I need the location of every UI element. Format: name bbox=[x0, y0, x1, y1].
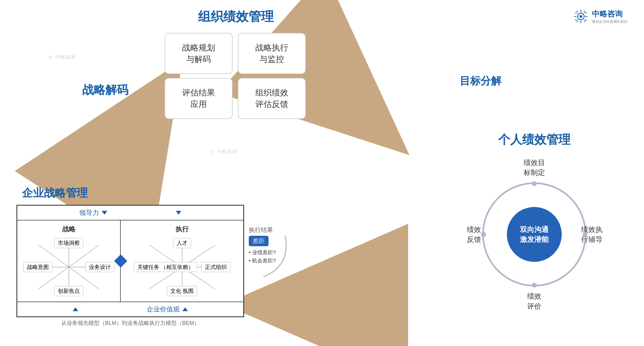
strategy-top: 市场洞察 bbox=[54, 238, 83, 248]
svg-line-13 bbox=[576, 20, 578, 21]
dot-top bbox=[532, 181, 537, 186]
execute-top: 人才 bbox=[173, 238, 191, 248]
svg-line-20 bbox=[584, 21, 585, 22]
target-decompose-label: 目标分解 bbox=[460, 74, 501, 88]
logo-text: 中略咨询 驱动企业价值增长路径 bbox=[592, 9, 628, 24]
quadrant-cell-3: 评估结果 应用 bbox=[165, 78, 233, 119]
logo-icon bbox=[573, 8, 589, 25]
blm-left-title: 战略 bbox=[22, 225, 116, 234]
svg-line-12 bbox=[584, 12, 586, 13]
strategy-left: 战略意图 bbox=[23, 262, 52, 272]
node-top: 绩效目 标制定 bbox=[516, 158, 552, 178]
execute-right: 正式组织 bbox=[201, 262, 230, 272]
execute-bottom: 文化 氛围 bbox=[167, 286, 197, 296]
svg-line-14 bbox=[577, 10, 578, 12]
dot-bottom bbox=[532, 283, 537, 288]
blm-top-bar: 领导力 bbox=[17, 206, 243, 220]
svg-line-10 bbox=[576, 12, 578, 13]
org-perf-section: 组织绩效管理 战略规划 与解码 战略执行 与监控 评估结果 应用 组织绩效 评估… bbox=[159, 8, 313, 119]
quadrant-cell-2: 战略执行 与监控 bbox=[238, 33, 306, 74]
arrow-up-blue-right bbox=[182, 307, 188, 311]
strategy-diamond: 市场洞察 业务设计 创新焦点 战略意图 bbox=[22, 237, 115, 297]
execute-diamond: 人才 正式组织 文化 氛围 关键任务 （相互依赖） bbox=[133, 237, 231, 297]
strategy-right: 业务设计 bbox=[85, 262, 114, 272]
svg-line-17 bbox=[586, 13, 587, 13]
watermark-1: 中略咨询 bbox=[47, 53, 75, 61]
logo-name: 中略咨询 bbox=[592, 9, 628, 19]
blm-content: 战略 市场洞察 业务设计 创新焦点 战略意图 bbox=[17, 220, 243, 302]
personal-perf-section: 个人绩效管理 双向沟通 激发潜能 绩效目 标制定 绩效执 行辅导 绩效 评价 绩… bbox=[438, 132, 630, 314]
blm-frame: 领导力 战略 市场洞察 bbox=[16, 205, 244, 317]
enterprise-section: 企业战略管理 领导力 战略 bbox=[16, 185, 244, 327]
dot-left bbox=[481, 232, 486, 237]
arrow-up-blue-left bbox=[73, 307, 78, 311]
blm-caption: 从业务领先模型（BLM）到业务战略执行力模型（BEM） bbox=[16, 319, 244, 327]
watermark-2: 中略咨询 bbox=[208, 148, 237, 155]
svg-line-21 bbox=[586, 19, 587, 20]
svg-line-19 bbox=[577, 21, 578, 22]
dot-right bbox=[583, 232, 587, 237]
personal-perf-title: 个人绩效管理 bbox=[498, 132, 570, 148]
gap-badge: 差距 bbox=[249, 236, 269, 246]
circle-diagram: 双向沟通 激发潜能 绩效目 标制定 绩效执 行辅导 绩效 评价 绩效 反馈 bbox=[455, 155, 614, 314]
four-quadrant: 战略规划 与解码 战略执行 与监控 评估结果 应用 组织绩效 评估反馈 bbox=[165, 33, 307, 119]
strategic-decode-label: 战略解码 bbox=[82, 82, 128, 98]
execute-left: 关键任务 （相互依赖） bbox=[134, 262, 197, 272]
svg-line-11 bbox=[584, 20, 586, 21]
blm-left-panel: 战略 市场洞察 业务设计 创新焦点 战略意图 bbox=[17, 220, 121, 302]
svg-point-5 bbox=[580, 15, 582, 18]
node-right: 绩效执 行辅导 bbox=[573, 225, 611, 245]
svg-point-23 bbox=[50, 56, 51, 58]
exec-result-title: 执行结果 bbox=[249, 226, 304, 234]
svg-line-16 bbox=[584, 10, 585, 12]
svg-point-29 bbox=[211, 151, 213, 152]
strategy-bottom: 创新焦点 bbox=[54, 286, 83, 296]
svg-line-18 bbox=[575, 19, 576, 20]
exec-result-box: 执行结果 差距 • 业绩差距? • 机会差距? bbox=[249, 226, 304, 265]
enterprise-title: 企业战略管理 bbox=[22, 185, 244, 200]
quadrant-cell-1: 战略规划 与解码 bbox=[165, 33, 233, 74]
org-perf-title: 组织绩效管理 bbox=[198, 8, 274, 25]
logo-slogan: 驱动企业价值增长路径 bbox=[592, 19, 628, 24]
exec-result-items: • 业绩差距? • 机会差距? bbox=[249, 248, 304, 265]
circle-center: 双向沟通 激发潜能 bbox=[507, 207, 562, 262]
logo-area: 中略咨询 驱动企业价值增长路径 bbox=[573, 8, 628, 25]
arrow-down-blue-right bbox=[176, 211, 181, 215]
node-bottom: 绩效 评价 bbox=[516, 291, 552, 311]
blm-right-title: 执行 bbox=[125, 225, 239, 234]
blm-bottom-bar: 企业价值观 bbox=[17, 302, 243, 316]
svg-line-15 bbox=[575, 13, 576, 13]
blm-right-panel: 执行 人才 正式组织 文化 氛围 关键任务 （相互依赖） bbox=[121, 220, 243, 302]
arrow-down-blue-left bbox=[102, 211, 107, 215]
quadrant-cell-4: 组织绩效 评估反馈 bbox=[238, 78, 306, 119]
